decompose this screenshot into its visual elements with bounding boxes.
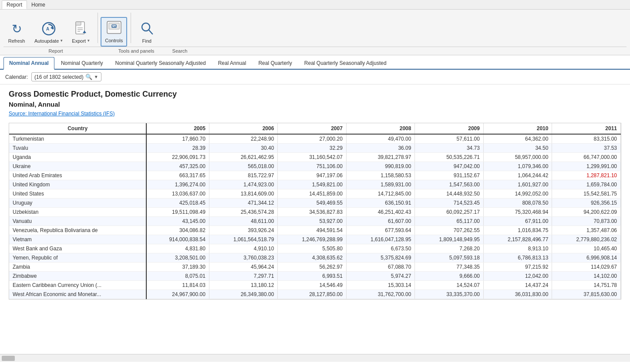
table-cell-value: 931,152.67 <box>415 171 484 180</box>
tabs-bar: Nominal Annual Nominal Quarterly Nominal… <box>0 57 630 70</box>
menu-home[interactable]: Home <box>27 1 50 9</box>
table-cell-value: 1,061,564,518.79 <box>209 235 278 244</box>
table-cell-value: 14,751.78 <box>552 281 621 290</box>
table-cell-value: 494,591.54 <box>278 226 347 235</box>
tab-real-quarterly-sa[interactable]: Real Quarterly Seasonally Adjusted <box>299 57 392 69</box>
controls-button[interactable]: OK Controls <box>101 17 127 47</box>
calendar-label: Calendar: <box>5 74 28 80</box>
calendar-search-icon: 🔍 <box>85 74 92 80</box>
table-cell-value: 14,451,859.00 <box>278 189 347 199</box>
table-row: West African Economic and Monetar...24,9… <box>9 290 621 299</box>
table-cell-value: 60,092,257.17 <box>415 208 484 217</box>
svg-text:OK: OK <box>112 25 117 28</box>
report-title-sub: Nominal, Annual <box>9 101 621 108</box>
table-cell-value: 1,474,923.00 <box>209 180 278 189</box>
table-cell-country: Vanuatu <box>9 217 146 226</box>
table-row: West Bank and Gaza4,831.804,910.105,505.… <box>9 244 621 253</box>
menu-report[interactable]: Report <box>2 0 27 9</box>
tab-real-annual[interactable]: Real Annual <box>212 57 252 69</box>
table-cell-value: 6,673.50 <box>346 244 415 253</box>
table-cell-value: 2,157,828,496.77 <box>483 235 552 244</box>
table-cell-value: 24,967,900.00 <box>146 290 209 299</box>
export-label: Export <box>72 38 86 44</box>
table-cell-value: 6,786,813.13 <box>483 253 552 263</box>
table-cell-value: 45,964.24 <box>209 263 278 272</box>
table-cell-value: 65,117.00 <box>415 217 484 226</box>
tab-real-quarterly[interactable]: Real Quarterly <box>253 57 297 69</box>
table-cell-value: 947,197.06 <box>278 171 347 180</box>
table-row: United Arab Emirates663,317.65815,722.97… <box>9 171 621 180</box>
table-cell-value: 5,375,824.69 <box>346 253 415 263</box>
table-cell-value: 56,262.97 <box>278 263 347 272</box>
table-cell-value: 1,809,148,949.95 <box>415 235 484 244</box>
table-cell-value: 61,607.00 <box>346 217 415 226</box>
col-header-2008: 2008 <box>346 123 415 134</box>
table-row: Yemen, Republic of3,208,501.003,760,038.… <box>9 253 621 263</box>
table-cell-value: 1,246,769,288.99 <box>278 235 347 244</box>
table-header-row: Country 2005 2006 2007 2008 2009 2010 20… <box>9 123 621 134</box>
table-cell-value: 14,102.00 <box>552 272 621 281</box>
table-cell-value: 1,016,834.75 <box>483 226 552 235</box>
table-cell-value: 70,873.00 <box>552 217 621 226</box>
report-title-main: Gross Domestic Product, Domestic Currenc… <box>9 90 621 99</box>
table-row: Uruguay425,018.45471,344.12549,469.55636… <box>9 199 621 208</box>
find-svg <box>140 21 154 37</box>
tab-nominal-annual[interactable]: Nominal Annual <box>3 57 54 70</box>
export-icon <box>72 20 90 37</box>
table-cell-value: 14,546.49 <box>278 281 347 290</box>
scroll-thumb[interactable] <box>2 356 15 361</box>
toolbar-section-labels: Report Tools and panels Search <box>3 47 627 55</box>
table-cell-value: 26,349,380.00 <box>209 290 278 299</box>
toolbar-buttons: ↻ Refresh A Autoupdate ▼ <box>3 13 627 47</box>
table-cell-value: 27,000.20 <box>278 134 347 144</box>
refresh-label: Refresh <box>8 38 25 44</box>
table-cell-country: West Bank and Gaza <box>9 244 146 253</box>
export-button[interactable]: Export ▼ <box>68 18 94 47</box>
find-button[interactable]: Find <box>134 18 160 47</box>
controls-label: Controls <box>105 38 123 43</box>
table-cell-value: 1,158,580.53 <box>346 171 415 180</box>
report-source-link[interactable]: Source: International Financial Statisti… <box>9 111 115 117</box>
tab-nominal-quarterly-sa[interactable]: Nominal Quarterly Seasonally Adjusted <box>110 57 212 69</box>
table-row: Tuvalu28.3930.4032.2936.0934.7334.5037.5… <box>9 144 621 153</box>
tab-nominal-quarterly[interactable]: Nominal Quarterly <box>55 57 109 69</box>
table-cell-value: 11,814.03 <box>146 281 209 290</box>
table-row: Turkmenistan17,860.7022,248.9027,000.204… <box>9 134 621 144</box>
table-cell-value: 14,448,932.50 <box>415 189 484 199</box>
table-cell-value: 48,611.00 <box>209 217 278 226</box>
table-row: United States13,036,637.0013,814,609.001… <box>9 189 621 199</box>
table-cell-country: Zambia <box>9 263 146 272</box>
table-cell-value: 10,465.40 <box>552 244 621 253</box>
data-table: Country 2005 2006 2007 2008 2009 2010 20… <box>9 123 621 299</box>
table-cell-value: 1,079,346.00 <box>483 162 552 171</box>
table-cell-value: 32.29 <box>278 144 347 153</box>
calendar-row: Calendar: (16 of 1802 selected) 🔍 ▼ <box>0 70 630 84</box>
table-cell-country: Uganda <box>9 153 146 162</box>
table-cell-value: 114,029.67 <box>552 263 621 272</box>
table-cell-value: 22,906,091.73 <box>146 153 209 162</box>
table-cell-value: 31,762,700.00 <box>346 290 415 299</box>
table-cell-value: 5,974.27 <box>346 272 415 281</box>
table-cell-value: 39,821,278.97 <box>346 153 415 162</box>
scrollbar-area[interactable] <box>0 354 630 362</box>
table-row: Uzbekistan19,511,098.4925,436,574.2834,5… <box>9 208 621 217</box>
table-cell-value: 926,356.15 <box>552 199 621 208</box>
table-cell-value: 64,362.00 <box>483 134 552 144</box>
export-arrow: ▼ <box>87 39 90 43</box>
table-cell-value: 15,542,581.75 <box>552 189 621 199</box>
calendar-select[interactable]: (16 of 1802 selected) 🔍 ▼ <box>31 72 101 81</box>
table-cell-value: 3,208,501.00 <box>146 253 209 263</box>
autoupdate-button[interactable]: A Autoupdate ▼ <box>30 18 67 47</box>
table-cell-value: 94,200,622.09 <box>552 208 621 217</box>
table-cell-value: 1,547,563.00 <box>415 180 484 189</box>
toolbar-sep-1 <box>98 13 98 43</box>
table-cell-country: Uruguay <box>9 199 146 208</box>
table-cell-value: 13,180.12 <box>209 281 278 290</box>
table-cell-value: 25,436,574.28 <box>209 208 278 217</box>
svg-rect-4 <box>76 22 81 25</box>
table-cell-value: 1,601,927.00 <box>483 180 552 189</box>
table-cell-value: 471,344.12 <box>209 199 278 208</box>
table-cell-value: 7,297.71 <box>209 272 278 281</box>
table-cell-country: Ukraine <box>9 162 146 171</box>
refresh-button[interactable]: ↻ Refresh <box>3 18 30 47</box>
